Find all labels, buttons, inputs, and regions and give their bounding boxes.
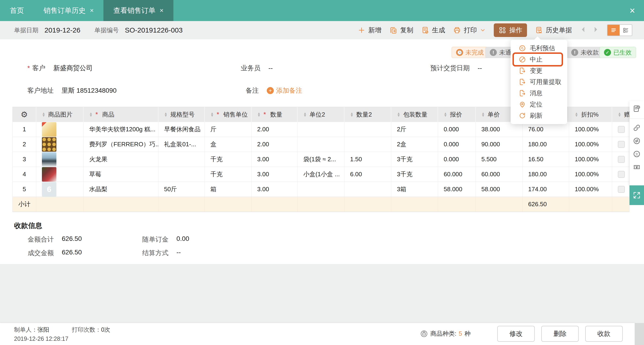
column-header-商品图片[interactable]: ▲▼商品图片 [36,107,84,122]
menu-item-label: 变更 [530,66,542,75]
quote-price: 60.000 [438,167,476,182]
column-header-包装数量[interactable]: ▲▼包装数量 [391,107,438,122]
menu-item-可用量提取[interactable]: 可用量提取 [510,76,567,88]
add-button[interactable]: 新增 [358,26,382,35]
tab-close-icon[interactable]: × [160,7,163,14]
column-header-数量2[interactable]: ▲▼数量2 [344,107,391,122]
subtotal-empty-cell [205,197,252,212]
column-header-销售单位[interactable]: ▲▼*销售单位 [205,107,252,122]
sort-arrows-icon[interactable]: ▲▼ [89,112,93,117]
menu-item-中止[interactable]: 中止 [510,54,567,65]
tab-bar: 首页销售订单历史×查看销售订单× × [0,0,644,21]
generate-button[interactable]: 生成 [421,26,445,35]
modify-button[interactable]: 修改 [497,326,535,342]
list-view-button[interactable] [608,25,620,36]
next-record-icon[interactable] [592,26,599,35]
column-header-商品[interactable]: ▲▼*商品 [84,107,158,122]
column-header-报价[interactable]: ▲▼报价 [438,107,476,122]
sort-arrows-icon[interactable]: ▲▼ [42,112,46,117]
sort-arrows-icon[interactable]: ▲▼ [257,112,261,117]
gear-icon[interactable]: ⚙ [20,110,28,119]
chevron-down-icon[interactable] [480,27,486,33]
column-header-label: 商品 [102,110,114,119]
amount: 174.00 [522,182,569,197]
pack-quantity: 3千克 [391,152,438,167]
deal-label: 成交金额 [0,248,54,258]
product-image[interactable]: 6 [42,182,56,196]
column-header-折扣%[interactable]: ▲▼折扣% [569,107,612,122]
menu-item-刷新[interactable]: 刷新 [510,110,567,121]
salesman-field[interactable]: 业务员 -- [241,64,273,72]
row-number: 3 [13,152,36,167]
sort-arrows-icon[interactable]: ▲▼ [210,112,214,117]
tab-close-icon[interactable]: × [90,7,94,14]
clock-icon: 🕒 [456,49,463,56]
link-icon[interactable] [633,124,641,132]
sort-arrows-icon[interactable]: ▲▼ [444,112,447,117]
settle-label: 结算方式 [122,248,168,258]
created-datetime: 2019-12-26 12:28:17 [14,336,110,342]
quote-price: 0.000 [438,152,476,167]
product-image[interactable] [42,152,56,167]
column-header-规格型号[interactable]: ▲▼规格型号 [158,107,205,122]
record-nav [580,26,599,35]
gift-checkbox[interactable] [618,141,625,148]
payment-section-title: 收款信息 [14,221,42,230]
column-header-数量[interactable]: ▲▼*数量 [252,107,298,122]
sort-arrows-icon[interactable]: ▲▼ [481,112,485,117]
menu-item-毛利预估[interactable]: 毛毛利预估 [510,42,567,54]
tab-销售订单历史[interactable]: 销售订单历史× [34,0,104,21]
column-settings-cell[interactable]: ⚙ [13,107,36,122]
delete-button[interactable]: 删除 [541,326,579,342]
expand-button[interactable] [630,185,644,205]
tab-查看销售订单[interactable]: 查看销售订单× [104,0,173,21]
delivery-date-field[interactable]: 预计交货日期 -- [430,64,482,72]
product-image[interactable] [42,122,56,137]
prev-record-icon[interactable] [580,26,587,35]
column-header-赠[interactable]: ▲▼赠 [612,107,630,122]
owe-icon[interactable]: 欠 [633,150,641,158]
amount: 180.00 [522,167,569,182]
total-value: 626.50 [62,235,106,244]
receive-button[interactable]: 收款 [585,326,623,342]
operate-button[interactable]: 操作 [494,24,527,37]
amount: 76.00 [522,122,569,137]
copy-button[interactable]: 复制 [390,26,413,35]
add-remark-button[interactable]: + 添加备注 [267,86,302,95]
required-asterisk: * [217,111,219,118]
sort-arrows-icon[interactable]: ▲▼ [303,112,307,117]
gift-checkbox[interactable] [618,126,625,133]
menu-item-消息[interactable]: 消息 [510,88,567,99]
doc-history-icon[interactable] [633,105,641,113]
app-window: 首页销售订单历史×查看销售订单× × 单据日期 2019-12-26 单据编号 … [0,0,644,345]
product-image-cell: 6 [36,182,84,197]
column-header-单位2[interactable]: ▲▼单位2 [298,107,344,122]
gift-checkbox[interactable] [618,186,625,193]
product-image[interactable] [42,167,56,182]
discount-percent: 100.00% [569,152,612,167]
sort-arrows-icon[interactable]: ▲▼ [350,112,354,117]
scrollbar-strip[interactable] [635,323,644,345]
sort-arrows-icon[interactable]: ▲▼ [618,112,621,117]
history-button[interactable]: 历史单据 [535,26,572,35]
gift-checkbox[interactable] [618,171,625,178]
subtotal-label: 小计 [13,197,36,212]
menu-item-定位[interactable]: 定位 [510,99,567,110]
menu-item-变更[interactable]: 变更 [510,65,567,76]
transfer-icon[interactable] [633,137,641,145]
sort-arrows-icon[interactable]: ▲▼ [164,112,168,117]
subtotal-empty-cell [569,197,612,212]
customer-field[interactable]: * 客户 新盛商贸公司 [28,64,93,72]
product-image[interactable] [42,137,56,152]
row-number: 1 [13,122,36,137]
close-icon[interactable]: × [620,0,644,21]
card-view-button[interactable] [620,25,632,36]
money-ticket-icon[interactable] [633,163,641,171]
print-button[interactable]: 打印 [453,26,486,35]
sort-arrows-icon[interactable]: ▲▼ [575,112,578,117]
gift-checkbox[interactable] [618,156,625,163]
sort-arrows-icon[interactable]: ▲▼ [397,112,400,117]
tab-首页[interactable]: 首页 [0,0,34,21]
right-rail: 欠 [630,101,644,205]
subtotal-empty-cell [298,197,344,212]
